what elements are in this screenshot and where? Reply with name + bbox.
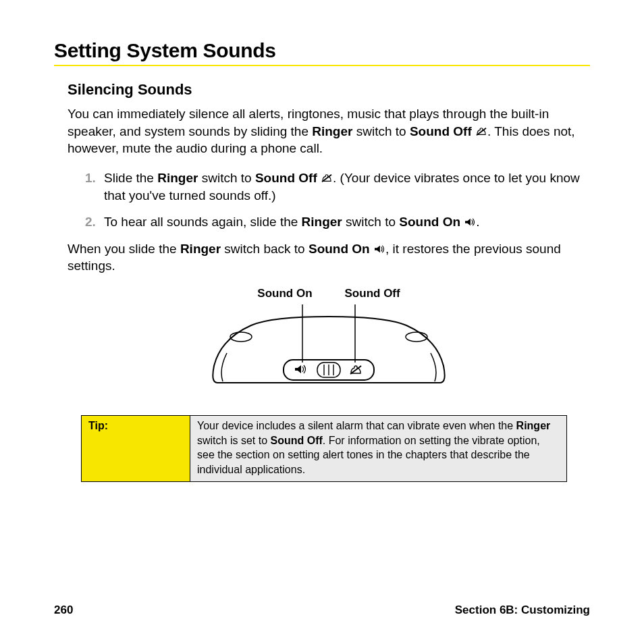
after-paragraph: When you slide the Ringer switch back to… [68,240,590,275]
text: . [476,215,479,229]
title-rule [54,65,590,66]
section-heading: Silencing Sounds [68,81,590,99]
tip-label: Tip: [82,416,190,481]
step-2: To hear all sounds again, slide the Ring… [85,213,590,231]
device-diagram: Sound On Sound Off [68,287,590,399]
bold-ringer: Ringer [157,171,198,185]
text: When you slide the [68,242,180,256]
speaker-on-icon [373,244,385,254]
page-number: 260 [54,603,73,617]
device-top-svg [204,302,454,396]
text: To hear all sounds again, slide the [104,215,302,229]
bold-sound-on: Sound On [308,242,370,256]
text: Your device includes a silent alarm that… [197,420,516,431]
bell-off-icon [321,173,333,183]
text: switch back to [221,242,308,256]
tip-box: Tip: Your device includes a silent alarm… [81,415,567,481]
section-label: Section 6B: Customizing [455,603,590,617]
page-footer: 260 Section 6B: Customizing [54,603,590,617]
steps-list: Slide the Ringer switch to Sound Off . (… [68,169,590,231]
bold-sound-off: Sound Off [255,171,317,185]
bold-ringer: Ringer [312,124,352,138]
diagram-label-sound-on: Sound On [257,287,312,300]
bold-ringer: Ringer [516,420,551,431]
diagram-label-sound-off: Sound Off [345,287,400,300]
text: Slide the [104,171,157,185]
bold-sound-off: Sound Off [270,435,322,446]
speaker-on-icon [464,217,476,227]
page-title: Setting System Sounds [54,39,590,62]
bold-sound-off: Sound Off [410,124,472,138]
text: switch to [342,215,399,229]
text: switch to [198,171,254,185]
step-1: Slide the Ringer switch to Sound Off . (… [85,169,590,204]
bell-off-icon [475,127,487,136]
bold-ringer: Ringer [180,242,221,256]
bold-ringer: Ringer [302,215,342,229]
text: switch to [352,124,409,138]
tip-body: Your device includes a silent alarm that… [190,416,567,481]
intro-paragraph: You can immediately silence all alerts, … [68,105,590,157]
bold-sound-on: Sound On [399,215,460,229]
text: switch is set to [197,435,270,446]
